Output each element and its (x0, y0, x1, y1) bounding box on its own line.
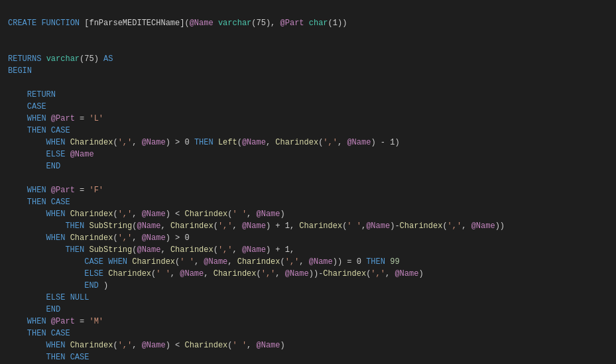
kw-when1: WHEN (27, 114, 46, 123)
param-name7: @Name (257, 210, 280, 219)
kw-null1: NULL (70, 293, 90, 302)
str-comma1: ',' (118, 138, 133, 147)
str-space4: ' ' (156, 269, 170, 278)
fn-charindex13: Charindex (214, 269, 257, 278)
fn-charindex8: Charindex (70, 233, 113, 243)
kw-then7: THEN (27, 329, 46, 338)
fn-charindex16: Charindex (184, 341, 227, 350)
str-comma8: ',' (285, 257, 300, 267)
kw-case4: CASE (84, 257, 103, 267)
kw-else3: ELSE (46, 293, 66, 302)
param-part: @Part (280, 19, 304, 28)
kw-then3: THEN (27, 198, 46, 207)
str-m: 'M' (89, 317, 103, 326)
fn-charindex5: Charindex (170, 221, 214, 231)
param-name19: @Name (395, 269, 418, 278)
kw-then1: THEN (27, 126, 46, 135)
kw-returns: RETURNS (8, 54, 41, 64)
param-name2: @Name (142, 138, 166, 147)
kw-when6: WHEN (108, 257, 127, 267)
kw-when3: WHEN (27, 186, 46, 195)
kw-end2: END (84, 281, 99, 290)
kw-when7: WHEN (27, 317, 46, 326)
fn-charindex4: Charindex (184, 210, 227, 219)
str-comma3: ',' (118, 210, 133, 219)
param-name10: @Name (366, 221, 390, 231)
fn-charindex9: Charindex (170, 245, 214, 255)
param-name20: @Name (142, 341, 166, 350)
param-name14: @Name (242, 245, 266, 255)
fn-charindex7: Charindex (400, 221, 443, 231)
param-part4: @Part (51, 317, 75, 326)
param-name: @Name (190, 19, 214, 28)
str-comma5: ',' (448, 221, 462, 231)
param-name21: @Name (257, 341, 280, 350)
kw-when4: WHEN (46, 210, 66, 219)
str-comma4: ',' (218, 221, 233, 231)
kw-return: RETURN (27, 90, 56, 99)
str-comma11: ',' (118, 341, 133, 350)
fn-left: Left (218, 138, 237, 147)
str-space2: ' ' (347, 221, 361, 231)
code-editor: CREATE FUNCTION [fnParseMEDITECHName](@N… (8, 5, 608, 364)
fn-substring2: SubString (89, 245, 132, 255)
param-name11: @Name (471, 221, 495, 231)
str-l: 'L' (89, 114, 103, 123)
kw-function: FUNCTION (41, 19, 80, 28)
fn-charindex3: Charindex (70, 210, 113, 219)
str-comma6: ',' (118, 233, 133, 243)
type-varchar2: varchar (46, 54, 80, 64)
kw-as: AS (103, 54, 113, 64)
str-comma7: ',' (218, 245, 233, 255)
kw-when5: WHEN (46, 233, 66, 243)
param-part2: @Part (51, 114, 75, 123)
fn-charindex11: Charindex (237, 257, 280, 267)
param-name17: @Name (180, 269, 204, 278)
type-char: char (309, 19, 328, 28)
fn-charindex14: Charindex (323, 269, 366, 278)
param-name15: @Name (204, 257, 227, 267)
kw-when8: WHEN (46, 341, 66, 350)
kw-case2: CASE (51, 126, 70, 135)
fn-name: [fnParseMEDITECHName] (84, 19, 184, 28)
param-name3: @Name (242, 138, 266, 147)
kw-then4: THEN (65, 221, 84, 231)
str-space5: ' ' (233, 341, 247, 350)
param-name12: @Name (142, 233, 166, 243)
kw-end3: END (46, 305, 61, 314)
kw-then6: THEN (366, 257, 385, 267)
param-name18: @Name (285, 269, 309, 278)
kw-begin: BEGIN (8, 66, 32, 76)
kw-create: CREATE (8, 19, 36, 28)
kw-case1: CASE (27, 102, 46, 111)
str-f: 'F' (89, 186, 103, 195)
str-comma9: ',' (261, 269, 276, 278)
kw-end1: END (46, 162, 61, 171)
param-name6: @Name (142, 210, 166, 219)
kw-case5: CASE (51, 329, 70, 338)
param-name16: @Name (309, 257, 333, 267)
fn-charindex1: Charindex (70, 138, 113, 147)
num-99: 99 (390, 257, 399, 267)
param-name5: @Name (70, 150, 94, 159)
param-part3: @Part (51, 186, 75, 195)
fn-charindex2: Charindex (275, 138, 318, 147)
kw-when2: WHEN (46, 138, 66, 147)
kw-then8: THEN (46, 353, 66, 362)
str-comma2: ',' (323, 138, 338, 147)
str-space3: ' ' (180, 257, 194, 267)
kw-else2: ELSE (84, 269, 103, 278)
param-name13: @Name (137, 245, 160, 255)
fn-charindex12: Charindex (108, 269, 151, 278)
kw-case6: CASE (70, 353, 90, 362)
param-name4: @Name (347, 138, 371, 147)
param-name8: @Name (137, 221, 160, 231)
param-name9: @Name (242, 221, 266, 231)
fn-charindex15: Charindex (70, 341, 113, 350)
kw-case3: CASE (51, 198, 70, 207)
fn-substring1: SubString (89, 221, 132, 231)
kw-then5: THEN (65, 245, 84, 255)
fn-charindex10: Charindex (132, 257, 175, 267)
kw-then2: THEN (194, 138, 214, 147)
kw-else1: ELSE (46, 150, 66, 159)
